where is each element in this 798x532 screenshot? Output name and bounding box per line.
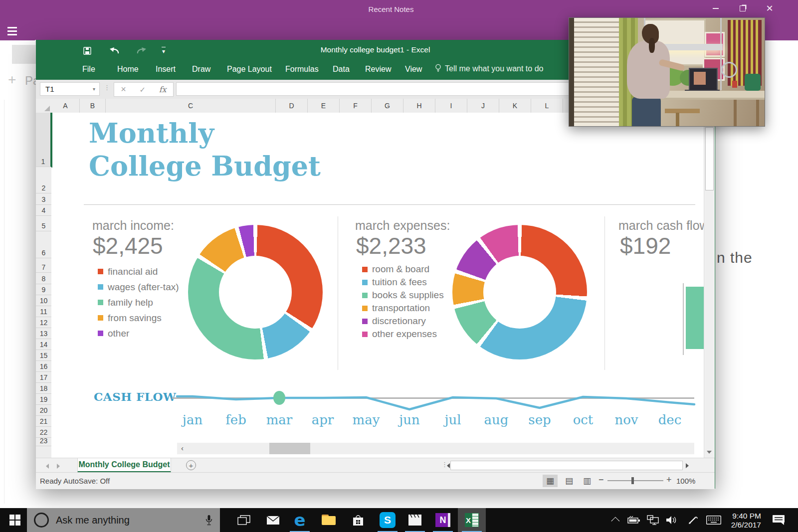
column-header-F[interactable]: F [340,99,372,113]
view-page-break-button[interactable]: ▥ [580,475,595,487]
scroll-down-icon[interactable] [707,451,712,454]
edge-browser-button[interactable]: e [286,508,314,532]
start-button[interactable] [1,508,29,532]
row-header-5[interactable]: 5 [36,216,51,231]
cancel-entry-icon[interactable]: × [121,84,126,95]
zoom-out-button[interactable]: − [598,475,604,485]
chart-scrollbar[interactable]: ‹ [177,443,694,454]
tell-me-box[interactable]: Tell me what you want to do [435,64,543,73]
column-header-A[interactable]: A [51,99,80,113]
sheet-prev-icon[interactable] [46,464,49,469]
row-header-14[interactable]: 14 [36,339,51,350]
ribbon-tab-file[interactable]: File [82,65,95,74]
vertical-scrollbar-thumb[interactable] [705,127,714,190]
expenses-donut-chart[interactable] [452,225,587,359]
row-header-21[interactable]: 21 [36,416,51,427]
column-header-D[interactable]: D [276,99,308,113]
row-header-17[interactable]: 17 [36,372,51,383]
scroll-left-icon[interactable]: ‹ [181,444,184,452]
cashflow-bar[interactable] [686,287,704,349]
sheet-next-icon[interactable] [57,464,60,469]
ribbon-tab-insert[interactable]: Insert [156,65,176,74]
horizontal-scrollbar[interactable] [450,461,683,470]
plus-icon[interactable]: + [8,72,16,88]
mail-app-button[interactable] [259,508,287,532]
name-box[interactable]: T1 ▾ [40,82,100,96]
row-header-19[interactable]: 19 [36,394,51,405]
row-header-4[interactable]: 4 [36,205,51,216]
row-header-16[interactable]: 16 [36,361,51,372]
vertical-scrollbar[interactable] [704,113,714,458]
new-sheet-button[interactable]: + [186,460,196,470]
ribbon-tab-home[interactable]: Home [117,65,139,74]
zoom-slider-track[interactable] [607,480,663,481]
onenote-button[interactable]: N [429,508,457,532]
hscroll-left-icon[interactable] [447,463,450,468]
movies-tv-button[interactable] [401,508,429,532]
ribbon-tab-data[interactable]: Data [333,65,350,74]
volume-status[interactable] [663,508,680,532]
ribbon-tab-review[interactable]: Review [365,65,391,74]
row-header-22[interactable]: 22 [36,427,51,438]
name-box-dropdown-icon[interactable]: ▾ [93,86,95,92]
row-header-11[interactable]: 11 [36,306,51,317]
zoom-in-button[interactable]: + [666,475,672,485]
tray-expand-button[interactable] [609,508,623,532]
store-button[interactable] [344,508,372,532]
column-header-I[interactable]: I [435,99,467,113]
row-header-13[interactable]: 13 [36,328,51,339]
confirm-entry-icon[interactable]: ✓ [139,85,146,94]
row-header-20[interactable]: 20 [36,405,51,416]
select-all-corner[interactable] [36,99,52,113]
hamburger-menu-icon[interactable] [7,25,17,37]
view-page-layout-button[interactable]: ▤ [562,475,577,487]
action-center-button[interactable] [766,508,791,532]
taskbar-clock[interactable]: 9:40 PM 2/6/2017 [721,512,761,530]
row-header-1[interactable]: 1 [36,113,51,167]
file-explorer-button[interactable] [315,508,343,532]
insert-function-icon[interactable]: fx [159,85,167,94]
row-header-2[interactable]: 2 [36,167,51,193]
video-overlay[interactable] [569,17,765,127]
pen-settings[interactable] [684,508,701,532]
skype-button[interactable]: S [374,508,401,532]
row-header-23[interactable]: 23 [36,438,51,446]
ribbon-tab-page-layout[interactable]: Page Layout [227,65,272,74]
row-header-15[interactable]: 15 [36,350,51,361]
row-header-10[interactable]: 10 [36,295,51,306]
zoom-slider-thumb[interactable] [631,477,634,484]
row-header-7[interactable]: 7 [36,258,51,273]
row-header-3[interactable]: 3 [36,193,51,205]
excel-button[interactable]: X [458,508,486,532]
sheet-tab-monthly-college-budget[interactable]: Monthly College Budget [77,458,171,473]
column-header-C[interactable]: C [106,99,276,113]
microphone-icon[interactable] [205,515,212,526]
column-header-L[interactable]: L [531,99,563,113]
column-header-K[interactable]: K [499,99,531,113]
column-header-G[interactable]: G [372,99,403,113]
search-box[interactable]: Ask me anything [27,508,220,532]
column-header-B[interactable]: B [80,99,106,113]
ribbon-tab-draw[interactable]: Draw [192,65,210,74]
income-donut-chart[interactable] [188,225,323,359]
column-header-J[interactable]: J [467,99,499,113]
row-header-6[interactable]: 6 [36,231,51,258]
cashflow-march-marker[interactable] [273,391,285,405]
close-button[interactable]: ✕ [759,0,781,17]
row-header-18[interactable]: 18 [36,383,51,394]
battery-status[interactable] [625,508,642,532]
column-header-H[interactable]: H [403,99,435,113]
row-header-8[interactable]: 8 [36,273,51,284]
ribbon-tab-formulas[interactable]: Formulas [285,65,319,74]
restore-button[interactable] [732,0,754,17]
row-header-12[interactable]: 12 [36,317,51,328]
row-header-9[interactable]: 9 [36,284,51,295]
zoom-level[interactable]: 100% [676,477,695,485]
hscroll-right-icon[interactable] [686,463,689,468]
view-normal-button[interactable]: ▦ [543,475,558,487]
column-header-E[interactable]: E [308,99,340,113]
chart-scrollbar-thumb[interactable] [269,443,310,454]
task-view-button[interactable] [230,508,258,532]
minimize-button[interactable] [705,0,727,17]
ribbon-tab-view[interactable]: View [405,65,422,74]
